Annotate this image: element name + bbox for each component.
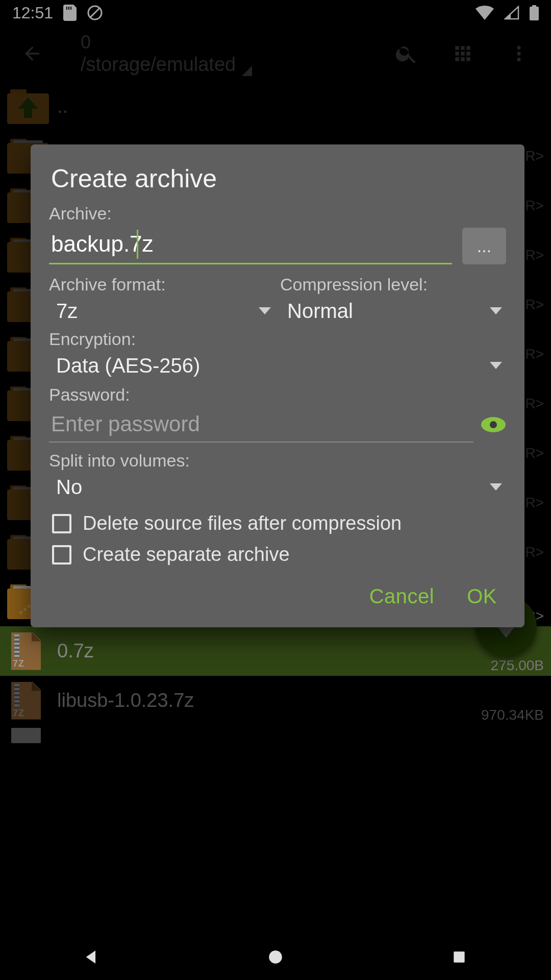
svg-point-8 [490, 421, 497, 428]
encryption-select[interactable]: Data (AES-256) [49, 349, 506, 382]
separate-archive-label: Create separate archive [83, 544, 290, 566]
compression-level-value: Normal [287, 300, 353, 323]
create-archive-dialog: Create archive Archive: ... Archive form… [31, 144, 524, 627]
delete-source-label: Delete source files after compression [83, 512, 402, 534]
system-nav-bar [0, 934, 551, 980]
password-input[interactable] [49, 407, 473, 443]
encryption-label: Encryption: [49, 329, 506, 349]
archive-name-input[interactable] [49, 231, 452, 260]
separate-archive-checkbox[interactable] [52, 545, 71, 565]
cancel-button[interactable]: Cancel [369, 585, 435, 608]
archive-name-label: Archive: [49, 204, 506, 224]
ok-button[interactable]: OK [467, 585, 497, 608]
format-label: Archive format: [49, 275, 275, 295]
format-value: 7z [56, 300, 78, 323]
split-volumes-value: No [56, 476, 82, 499]
split-volumes-label: Split into volumes: [49, 451, 506, 471]
nav-recent-button[interactable] [447, 945, 471, 969]
password-label: Password: [49, 385, 506, 405]
svg-point-9 [269, 950, 282, 964]
chevron-down-icon [490, 362, 502, 369]
encryption-value: Data (AES-256) [56, 354, 200, 377]
format-select[interactable]: 7z [49, 295, 275, 327]
compression-level-label: Compression level: [280, 275, 506, 295]
separate-archive-checkbox-row[interactable]: Create separate archive [52, 544, 506, 566]
delete-source-checkbox-row[interactable]: Delete source files after compression [52, 512, 506, 534]
chevron-down-icon [490, 483, 502, 491]
text-cursor [137, 230, 138, 259]
browse-button[interactable]: ... [462, 228, 506, 264]
chevron-down-icon [259, 307, 271, 314]
delete-source-checkbox[interactable] [52, 514, 71, 533]
compression-level-select[interactable]: Normal [280, 295, 506, 327]
show-password-button[interactable] [481, 416, 506, 433]
chevron-down-icon [490, 307, 502, 314]
dialog-title: Create archive [51, 164, 506, 193]
nav-home-button[interactable] [263, 945, 288, 969]
nav-back-button[interactable] [80, 945, 104, 969]
svg-rect-10 [454, 951, 464, 962]
split-volumes-select[interactable]: No [49, 471, 506, 503]
archive-name-field[interactable] [49, 228, 452, 264]
